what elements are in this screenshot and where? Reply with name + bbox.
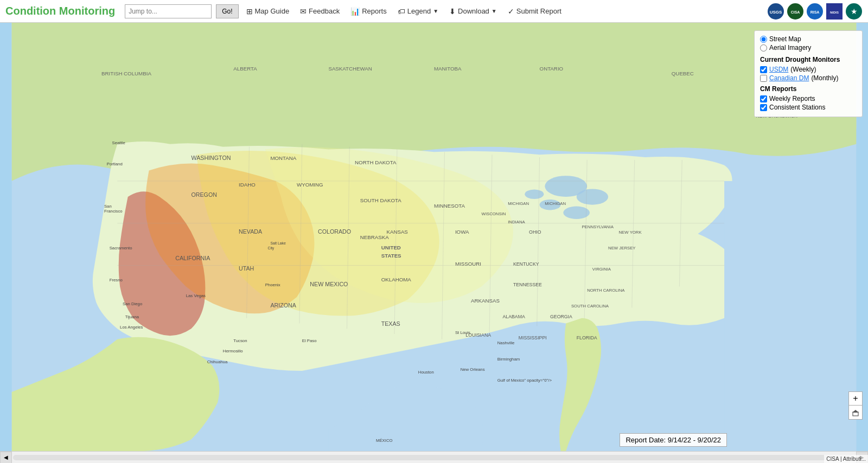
scroll-track[interactable] [13,455,855,460]
reports-icon: 📊 [350,7,360,16]
svg-text:WYOMING: WYOMING [297,182,323,188]
home-icon [852,409,859,416]
svg-text:SASKATCHEWAN: SASKATCHEWAN [328,66,372,72]
consistent-stations-label: Consistent Stations [769,104,825,111]
svg-text:Portland: Portland [107,162,123,166]
svg-text:★: ★ [851,7,858,16]
canadian-suffix: (Monthly) [811,74,838,82]
svg-text:NEW YORK: NEW YORK [619,230,642,235]
street-map-radio[interactable] [760,36,767,43]
svg-text:MISSOURI: MISSOURI [455,261,481,267]
svg-text:MICHIGAN: MICHIGAN [508,201,529,206]
svg-text:KANSAS: KANSAS [386,229,408,235]
svg-text:USGS: USGS [770,10,782,15]
svg-text:STATES: STATES [381,253,401,259]
weekly-reports-checkbox[interactable] [760,95,767,102]
svg-text:NEVADA: NEVADA [239,228,263,235]
attribution: CISA | Attributi... [824,455,868,463]
svg-text:Tucson: Tucson [233,338,247,343]
svg-text:Los Angeles: Los Angeles [120,325,143,330]
svg-text:INDIANA: INDIANA [508,220,525,224]
svg-text:CALIFORNIA: CALIFORNIA [175,255,210,261]
nav-submit-report[interactable]: ✓ Submit Report [505,7,565,16]
svg-text:Chihuahua: Chihuahua [207,359,228,364]
svg-text:Fresno: Fresno [110,278,123,282]
svg-text:MÉXICO: MÉXICO [376,438,393,443]
nav-legend[interactable]: 🏷 Legend ▼ [394,7,442,16]
legend-icon: 🏷 [398,7,405,16]
nidis-logo: NIDIS [826,3,843,20]
svg-text:BRITISH COLUMBIA: BRITISH COLUMBIA [101,70,151,76]
zoom-reset-button[interactable] [848,406,863,420]
canadian-checkbox[interactable] [760,75,767,82]
side-panel: Street Map Aerial Imagery Current Drough… [754,30,863,117]
svg-text:ALABAMA: ALABAMA [502,314,525,319]
svg-point-16 [525,189,544,199]
badge-logo: ★ [845,3,863,20]
weekly-reports-option[interactable]: Weekly Reports [760,95,857,102]
svg-marker-400 [852,410,859,413]
nav-feedback[interactable]: ✉ Feedback [297,7,343,16]
svg-text:MISSISSIPPI: MISSISSIPPI [519,335,547,340]
svg-text:Phoenix: Phoenix [265,282,280,287]
zoom-in-button[interactable]: + [848,391,863,406]
svg-rect-399 [853,412,858,416]
street-map-label: Street Map [769,35,801,43]
submit-icon: ✓ [508,7,514,16]
report-date-badge: Report Date: 9/14/22 - 9/20/22 [620,433,727,447]
svg-text:RISA: RISA [810,10,820,14]
svg-text:Tijuana: Tijuana [125,314,139,319]
svg-text:El Paso: El Paso [302,338,317,343]
svg-text:Hermosillo: Hermosillo [223,349,243,353]
svg-text:MINNESOTA: MINNESOTA [434,203,465,209]
svg-text:SOUTH DAKOTA: SOUTH DAKOTA [360,197,401,203]
svg-text:UNITED: UNITED [381,245,401,250]
cm-reports-title: CM Reports [760,85,857,93]
svg-text:WASHINGTON: WASHINGTON [191,155,231,161]
usgs-logo: USGS [767,3,784,20]
svg-text:TENNESSEE: TENNESSEE [513,282,542,287]
risa-logo: RISA [806,3,824,20]
svg-text:Francisco: Francisco [104,209,123,214]
svg-text:ARKANSAS: ARKANSAS [471,298,500,304]
svg-text:QUEBEC: QUEBEC [672,70,694,76]
aerial-option[interactable]: Aerial Imagery [760,44,857,52]
attribution-text: CISA | Attributi... [826,456,866,462]
usdm-link[interactable]: USDM [769,66,788,73]
street-map-option[interactable]: Street Map [760,35,857,43]
svg-text:St Louis: St Louis [455,330,470,335]
cisa-logo: CISA [787,3,804,20]
usdm-option[interactable]: USDM (Weekly) [760,66,857,73]
scroll-left-button[interactable]: ◀ [0,452,12,464]
nav-reports[interactable]: 📊 Reports [347,7,390,16]
map-guide-icon: ⊞ [246,7,253,16]
svg-text:OREGON: OREGON [191,191,217,198]
svg-text:Gulf of Mexico" opacity="0"/>
: Gulf of Mexico" opacity="0"/> Knoxville … [497,378,552,383]
svg-text:UTAH: UTAH [239,265,254,272]
canadian-option[interactable]: Canadian DM (Monthly) [760,74,857,82]
svg-text:Houston: Houston [418,370,434,375]
svg-text:Sacramento: Sacramento [110,246,132,250]
jump-input[interactable] [125,4,212,18]
consistent-stations-checkbox[interactable] [760,104,767,111]
nav-map-guide[interactable]: ⊞ Map Guide [243,7,293,16]
map-container[interactable]: WASHINGTON OREGON CALIFORNIA NEVADA UTAH… [0,23,868,451]
usdm-checkbox[interactable] [760,66,767,73]
svg-text:Salt Lake: Salt Lake [270,241,286,245]
nav-download[interactable]: ⬇ Download ▼ [446,7,500,16]
feedback-icon: ✉ [300,7,307,16]
consistent-stations-option[interactable]: Consistent Stations [760,104,857,111]
svg-text:MANITOBA: MANITOBA [434,66,462,72]
report-date-label: Report Date: 9/14/22 - 9/20/22 [626,436,721,444]
svg-text:WISCONSIN: WISCONSIN [482,211,506,216]
svg-text:Nashville: Nashville [497,340,515,345]
aerial-radio[interactable] [760,44,767,52]
download-dropdown-arrow: ▼ [492,8,497,14]
canadian-link[interactable]: Canadian DM [769,74,809,82]
svg-point-13 [577,189,608,204]
svg-text:City: City [268,246,275,250]
svg-text:NEW JERSEY: NEW JERSEY [608,246,636,250]
svg-text:OKLAHOMA: OKLAHOMA [381,276,412,282]
svg-text:COLORADO: COLORADO [318,228,351,235]
go-button[interactable]: Go! [216,4,238,18]
